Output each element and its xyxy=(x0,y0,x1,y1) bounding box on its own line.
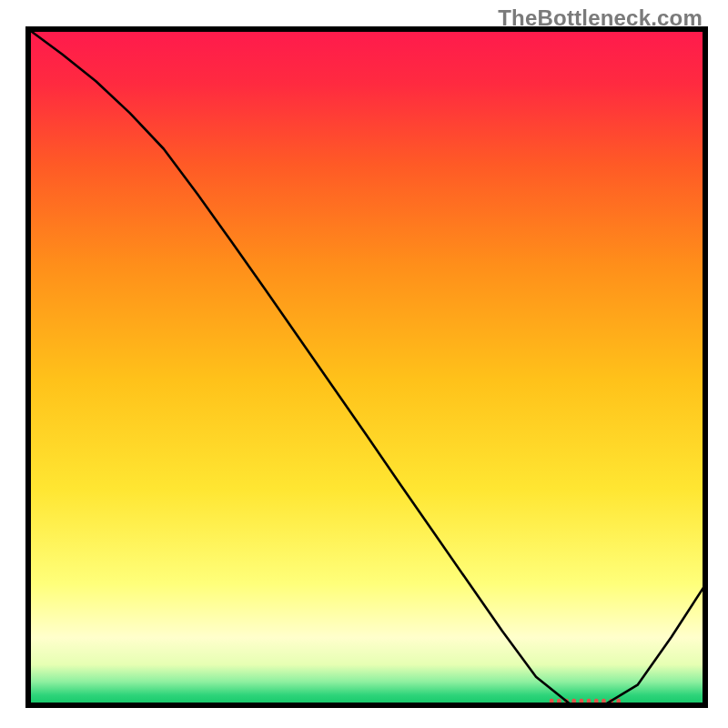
watermark-text: TheBottleneck.com xyxy=(498,5,703,31)
chart-background xyxy=(28,29,705,705)
bottleneck-chart xyxy=(0,0,728,728)
